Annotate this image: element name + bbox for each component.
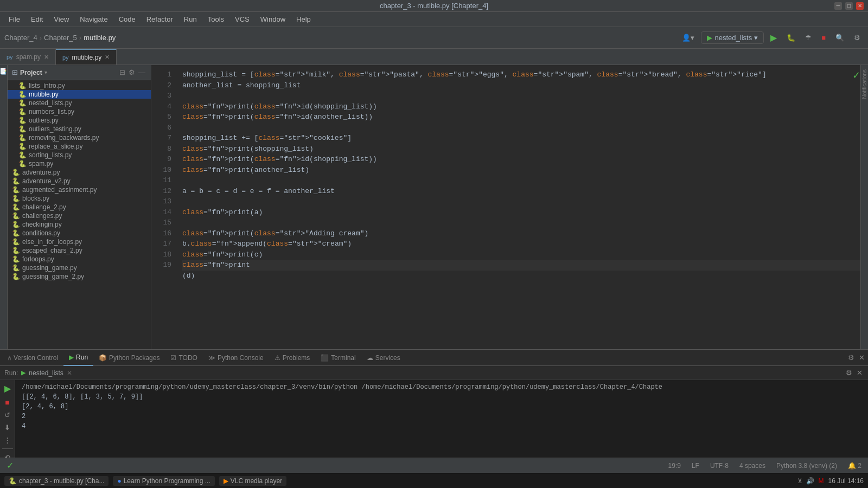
menu-edit[interactable]: Edit bbox=[27, 14, 47, 24]
menu-file[interactable]: File bbox=[4, 14, 24, 24]
menu-view[interactable]: View bbox=[49, 14, 73, 24]
menu-vcs[interactable]: VCS bbox=[231, 14, 254, 24]
project-dropdown-icon: ⊞ bbox=[12, 68, 18, 76]
tree-item-checkingin-py[interactable]: 🐍checkingin.py bbox=[8, 220, 151, 229]
vcs-icon: ⑃ bbox=[8, 354, 11, 362]
bottom-close-button[interactable]: ✕ bbox=[858, 352, 866, 363]
tree-item-blocks-py[interactable]: 🐍blocks.py bbox=[8, 194, 151, 203]
tree-item-forloops-py[interactable]: 🐍forloops.py bbox=[8, 255, 151, 264]
status-line-ending[interactable]: LF bbox=[690, 462, 701, 470]
line-num-9: 9 bbox=[158, 154, 171, 165]
console-icon: ≫ bbox=[208, 354, 215, 362]
taskbar-vlc[interactable]: ▶ VLC media player bbox=[219, 476, 286, 486]
run-wrap-button[interactable]: ⟲ bbox=[3, 452, 11, 458]
coverage-button[interactable]: ☂ bbox=[802, 32, 815, 43]
taskbar-chrome[interactable]: ● Learn Python Programming ... bbox=[113, 476, 214, 486]
menu-run[interactable]: Run bbox=[180, 14, 201, 24]
tab-spam[interactable]: py spam.py ✕ bbox=[0, 49, 56, 65]
tab-mutible-close[interactable]: ✕ bbox=[105, 54, 110, 61]
tree-item-adventure-py[interactable]: 🐍adventure.py bbox=[8, 168, 151, 177]
bottom-settings-button[interactable]: ⚙ bbox=[847, 352, 856, 363]
maximize-button[interactable]: □ bbox=[845, 2, 853, 10]
tree-item-removing_backwards-py[interactable]: 🐍removing_backwards.py bbox=[8, 133, 151, 142]
menu-help[interactable]: Help bbox=[292, 14, 315, 24]
tree-item-conditions-py[interactable]: 🐍conditions.py bbox=[8, 229, 151, 237]
title-bar-title: chapter_3 - mutible.py [Chapter_4] bbox=[380, 2, 488, 10]
tab-problems[interactable]: ⚠ Problems bbox=[269, 350, 316, 366]
tab-todo[interactable]: ☑ TODO bbox=[165, 350, 202, 366]
run-tab-close[interactable]: ✕ bbox=[67, 369, 72, 377]
menu-code[interactable]: Code bbox=[114, 14, 140, 24]
notifications-label[interactable]: Notifications bbox=[861, 69, 867, 99]
tree-item-numbers_list-py[interactable]: 🐍numbers_list.py bbox=[8, 107, 151, 116]
run-settings-button[interactable]: ⚙ bbox=[845, 368, 853, 378]
run-config-button[interactable]: ▶ nested_lists ▾ bbox=[701, 31, 764, 44]
tab-python-console[interactable]: ≫ Python Console bbox=[203, 350, 269, 366]
run-scroll-button[interactable]: ⬇ bbox=[3, 422, 11, 433]
code-line-18: class="fn">print bbox=[182, 251, 250, 259]
tree-item-challenges-py[interactable]: 🐍challenges.py bbox=[8, 211, 151, 220]
tree-item-mutible-py[interactable]: 🐍mutible.py bbox=[8, 90, 151, 99]
tab-version-control[interactable]: ⑃ Version Control bbox=[2, 350, 63, 366]
status-indent[interactable]: 4 spaces bbox=[737, 462, 768, 470]
taskbar-pycharm[interactable]: 🐍 chapter_3 - mutible.py [Cha... bbox=[4, 476, 108, 486]
tree-item-replace_a_slice-py[interactable]: 🐍replace_a_slice.py bbox=[8, 142, 151, 151]
run-more-button[interactable]: ⋮ bbox=[3, 435, 12, 445]
tree-item-spam-py[interactable]: 🐍spam.py bbox=[8, 159, 151, 168]
breadcrumb-chapter4[interactable]: Chapter_4 bbox=[4, 34, 37, 42]
tree-item-outliers-py[interactable]: 🐍outliers.py bbox=[8, 116, 151, 125]
tab-terminal[interactable]: ⬛ Terminal bbox=[315, 350, 361, 366]
run-button[interactable]: ▶ bbox=[767, 31, 780, 44]
tree-item-guessing_game-py[interactable]: 🐍guessing_game.py bbox=[8, 264, 151, 272]
menu-tools[interactable]: Tools bbox=[203, 14, 228, 24]
menu-navigate[interactable]: Navigate bbox=[75, 14, 112, 24]
tree-item-adventure_v2-py[interactable]: 🐍adventure_v2.py bbox=[8, 177, 151, 185]
menu-refactor[interactable]: Refactor bbox=[142, 14, 177, 24]
debug-button[interactable]: 🐛 bbox=[783, 32, 799, 43]
menu-window[interactable]: Window bbox=[256, 14, 290, 24]
panel-close-button[interactable]: — bbox=[137, 67, 146, 78]
status-position[interactable]: 19:9 bbox=[666, 462, 683, 470]
run-config-name: nested_lists bbox=[714, 34, 752, 42]
status-python[interactable]: Python 3.8 (venv) (2) bbox=[774, 462, 839, 470]
tree-item-challenge_2-py[interactable]: 🐍challenge_2.py bbox=[8, 203, 151, 211]
chrome-icon: ● bbox=[117, 477, 121, 485]
run-close-button[interactable]: ✕ bbox=[856, 368, 864, 378]
terminal-icon: ⬛ bbox=[321, 354, 329, 362]
tree-item-nested_lists-py[interactable]: 🐍nested_lists.py bbox=[8, 99, 151, 107]
search-button[interactable]: 🔍 bbox=[832, 32, 847, 43]
profile-button[interactable]: 👤▾ bbox=[679, 32, 698, 43]
status-encoding[interactable]: UTF-8 bbox=[708, 462, 731, 470]
tree-item-outliers_testing-py[interactable]: 🐍outliers_testing.py bbox=[8, 125, 151, 133]
code-line-16: class="fn">print bbox=[182, 229, 250, 237]
stop-button[interactable]: ■ bbox=[818, 32, 829, 43]
tree-item-augmented_assinment-py[interactable]: 🐍augmented_assinment.py bbox=[8, 185, 151, 194]
settings-button[interactable]: ⚙ bbox=[851, 32, 864, 43]
tree-item-lists_intro-py[interactable]: 🐍lists_intro.py bbox=[8, 81, 151, 90]
tab-mutible[interactable]: py mutible.py ✕ bbox=[56, 49, 117, 65]
project-dropdown-arrow[interactable]: ▾ bbox=[44, 69, 47, 75]
code-content[interactable]: shopping_list = [class="str">"milk", cla… bbox=[176, 65, 868, 349]
run-rerun-button[interactable]: ↺ bbox=[3, 410, 11, 420]
tree-item-sorting_lists-py[interactable]: 🐍sorting_lists.py bbox=[8, 151, 151, 159]
bookmarks-icon[interactable]: 📑 bbox=[0, 67, 7, 74]
tree-item-guessing_game_2-py[interactable]: 🐍guessing_game_2.py bbox=[8, 272, 151, 281]
tab-services[interactable]: ☁ Services bbox=[361, 350, 406, 366]
run-stop-button[interactable]: ■ bbox=[4, 397, 10, 408]
tab-spam-close[interactable]: ✕ bbox=[44, 54, 49, 61]
panel-settings-button[interactable]: ⚙ bbox=[127, 67, 136, 78]
tree-item-escaped_chars_2-py[interactable]: 🐍escaped_chars_2.py bbox=[8, 246, 151, 255]
tree-item-else_in_for_loops-py[interactable]: 🐍else_in_for_loops.py bbox=[8, 237, 151, 246]
close-button[interactable]: ✕ bbox=[856, 2, 864, 10]
breadcrumb-file[interactable]: mutible.py bbox=[84, 34, 116, 42]
editor-area[interactable]: 12345678910111213141516171819 shopping_l… bbox=[151, 65, 868, 349]
run-header-icon: ▶ bbox=[21, 369, 25, 376]
minimize-button[interactable]: ─ bbox=[834, 2, 842, 10]
status-notifications-badge[interactable]: 🔔 2 bbox=[846, 462, 864, 470]
tab-run[interactable]: ▶ Run bbox=[63, 350, 93, 366]
tab-python-packages[interactable]: 📦 Python Packages bbox=[93, 350, 165, 366]
breadcrumb-chapter5[interactable]: Chapter_5 bbox=[44, 34, 77, 42]
panel-collapse-button[interactable]: ⊟ bbox=[118, 67, 126, 78]
run-restart-button[interactable]: ▶ bbox=[3, 382, 12, 395]
code-editor[interactable]: 12345678910111213141516171819 shopping_l… bbox=[151, 65, 868, 349]
